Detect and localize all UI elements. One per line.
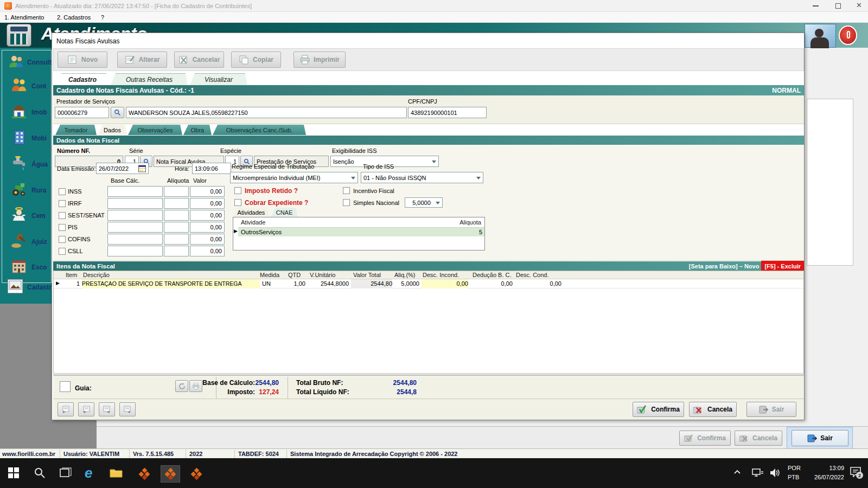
minimize-button[interactable] [813, 5, 819, 7]
confirma-button[interactable]: Confirma [633, 402, 684, 417]
csll-checkbox[interactable] [59, 248, 66, 255]
simples-aliquota-select[interactable]: 5,0000 [405, 197, 443, 208]
tray-language-bottom[interactable]: PTB [788, 474, 799, 480]
imprimir-button[interactable]: Imprimir [293, 52, 346, 68]
simples-nacional-checkbox[interactable] [343, 199, 350, 206]
prestador-name-field[interactable]: WANDERSON SOUZA JALES,05598227150 [126, 107, 407, 118]
irrf-base-field[interactable] [107, 198, 163, 209]
pis-aliquota-field[interactable] [164, 222, 189, 233]
tray-clock-date[interactable]: 26/07/2022 [809, 474, 844, 480]
menu-atendimento[interactable]: 1. Atendimento [4, 14, 44, 21]
fiorilli-app-icon-3[interactable] [188, 466, 205, 481]
tipo-iss-select[interactable]: 01 - Não Possui ISSQN [361, 172, 483, 183]
background-sair-button[interactable]: Sair [792, 430, 848, 446]
fiorilli-app-icon-1[interactable] [136, 466, 153, 481]
hora-field[interactable]: 13:09:06 [192, 163, 231, 174]
edge-icon[interactable]: e [85, 465, 92, 481]
tab-observacoes[interactable]: Observações [128, 125, 182, 135]
background-cancela-button[interactable]: Cancela [735, 431, 782, 446]
sidebar-item-ajuiz[interactable]: Ajuiz [10, 232, 53, 253]
inss-checkbox[interactable] [59, 188, 66, 195]
tab-visualizar[interactable]: Visualizar [190, 73, 247, 85]
incentivo-fiscal-checkbox[interactable] [343, 187, 350, 194]
nav-next-button[interactable] [99, 402, 115, 416]
sidebar-item-cem[interactable]: Cem [10, 206, 53, 227]
sest-aliquota-field[interactable] [164, 210, 189, 221]
power-button[interactable] [839, 25, 857, 45]
cofins-checkbox[interactable] [59, 236, 66, 243]
cancela-button[interactable]: Cancela [689, 402, 737, 417]
sest-valor-field[interactable]: 0,00 [190, 210, 225, 221]
sest-checkbox[interactable] [59, 212, 66, 219]
sidebar-item-cadastr[interactable]: Cadastr [8, 279, 54, 299]
menu-help[interactable]: ? [101, 14, 104, 21]
tray-chevron-up-icon[interactable] [733, 469, 741, 474]
novo-button[interactable]: Novo [58, 52, 107, 68]
item-row[interactable]: ▶ 1 PRESTAÇAO DE SERVIÇO DE TRANSPORTE D… [54, 279, 803, 288]
inss-valor-field[interactable]: 0,00 [190, 186, 225, 197]
speaker-icon[interactable] [769, 468, 780, 478]
taskbar-search-icon[interactable] [34, 467, 46, 479]
tray-language-top[interactable]: POR [788, 465, 801, 471]
tab-observacoes-canc[interactable]: Observações Canc./Sub. [213, 125, 306, 135]
nav-prev-button[interactable] [78, 402, 94, 416]
notification-center-icon[interactable]: 2 [850, 466, 861, 477]
cofins-aliquota-field[interactable] [164, 234, 189, 245]
tab-atividades[interactable]: Atividades [233, 208, 270, 217]
tab-obra[interactable]: Obra [183, 125, 212, 135]
tab-outras-receitas[interactable]: Outras Receitas [111, 73, 188, 85]
imposto-retido-checkbox[interactable] [234, 187, 241, 194]
inss-aliquota-field[interactable] [164, 186, 189, 197]
network-icon[interactable] [752, 468, 764, 477]
csll-base-field[interactable] [107, 246, 163, 256]
nav-first-button[interactable] [58, 402, 74, 416]
cancelar-button[interactable]: Cancelar [174, 52, 224, 68]
regime-select[interactable]: Microempresário Individual (MEI) [230, 172, 358, 183]
csll-aliquota-field[interactable] [164, 246, 189, 256]
pis-base-field[interactable] [107, 222, 163, 233]
nav-last-button[interactable] [119, 402, 136, 416]
tab-dados[interactable]: Dados [98, 125, 127, 135]
sidebar-item-consulta[interactable]: Consulta [5, 53, 52, 72]
cobrar-expediente-checkbox[interactable] [234, 199, 241, 206]
copiar-button[interactable]: Copiar [231, 52, 281, 68]
pis-valor-field[interactable]: 0,00 [190, 222, 225, 233]
data-emissao-field[interactable]: 26/07/2022 [96, 163, 149, 174]
sair-button[interactable]: Sair [746, 402, 796, 417]
calendar-icon[interactable] [138, 165, 146, 172]
sidebar-item-esco[interactable]: Esco [10, 257, 53, 279]
atividade-row[interactable]: OutrosServiços 5 [238, 227, 484, 236]
inss-base-field[interactable] [107, 186, 163, 197]
task-view-icon[interactable] [60, 467, 72, 478]
guia-checkbox[interactable] [60, 381, 71, 392]
sidebar-item-imob[interactable]: Imob [10, 102, 53, 124]
menu-cadastros[interactable]: 2. Cadastros [57, 14, 91, 21]
pis-checkbox[interactable] [59, 224, 66, 231]
irrf-valor-field[interactable]: 0,00 [190, 198, 225, 209]
file-explorer-icon[interactable] [110, 468, 123, 478]
fiorilli-app-icon-2[interactable] [161, 465, 180, 483]
tab-label: Observações Canc./Sub. [226, 127, 292, 133]
csll-valor-field[interactable]: 0,00 [190, 246, 225, 256]
taskbar: e POR PTB 13:09 26/07/2022 2 [0, 458, 868, 488]
sest-base-field[interactable] [107, 210, 163, 221]
prestador-search-button[interactable] [111, 107, 124, 118]
tab-tomador[interactable]: Tomador [55, 125, 97, 135]
irrf-aliquota-field[interactable] [164, 198, 189, 209]
cofins-valor-field[interactable]: 0,00 [190, 234, 225, 245]
alterar-button[interactable]: Alterar [117, 52, 167, 68]
sidebar-item-agua[interactable]: Água [10, 154, 53, 176]
sidebar-item-mobi[interactable]: Mobi [10, 128, 53, 150]
maximize-button[interactable] [835, 3, 841, 9]
background-confirma-button[interactable]: Confirma [679, 431, 731, 446]
irrf-checkbox[interactable] [59, 200, 66, 207]
sidebar-item-rura[interactable]: Rura [10, 180, 53, 202]
cpf-field[interactable]: 43892190000101 [408, 107, 487, 118]
tray-clock-time[interactable]: 13:09 [809, 465, 844, 471]
prestador-code-field[interactable]: 000006279 [55, 107, 109, 118]
start-button[interactable] [8, 467, 20, 479]
cofins-base-field[interactable] [107, 234, 163, 245]
sidebar-item-cont[interactable]: Cont [10, 76, 53, 98]
close-button[interactable]: ✕ [856, 1, 862, 9]
tab-cadastro[interactable]: Cadastro [56, 73, 108, 85]
